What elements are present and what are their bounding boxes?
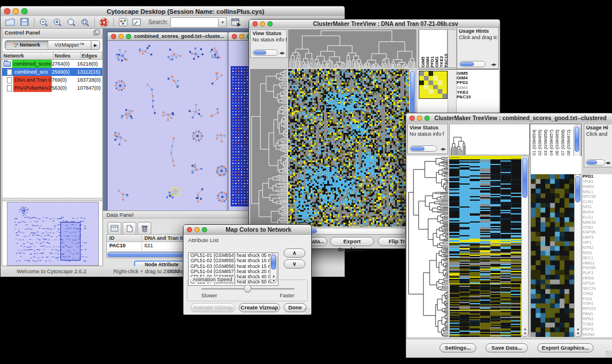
minimize-button[interactable] bbox=[417, 116, 422, 121]
float-panel-icon[interactable] bbox=[93, 29, 100, 36]
view-status-scrollbar[interactable] bbox=[253, 49, 278, 56]
export-graphics-button[interactable]: Export Graphics... bbox=[330, 237, 374, 246]
scroll-arrows[interactable]: ◀▶ bbox=[280, 51, 285, 55]
delete-attribute-icon[interactable] bbox=[137, 222, 151, 235]
usage-hints-scrollbar[interactable] bbox=[459, 61, 485, 67]
gene-label[interactable]: YRA1 bbox=[583, 179, 612, 184]
network-row[interactable]: combined_sco 2569(6) 13112(15) bbox=[2, 68, 102, 76]
gene-label[interactable]: PEP5 bbox=[583, 327, 612, 332]
zoom-button[interactable] bbox=[21, 8, 28, 14]
tab-vizmapper[interactable]: VizMapper™ bbox=[48, 41, 91, 49]
network-view-titlebar[interactable]: combined_scores_good.txt--cluste... bbox=[108, 32, 228, 41]
gene-label[interactable]: NTR2 bbox=[583, 246, 612, 250]
column-label[interactable]: GIM5 bbox=[420, 30, 425, 67]
zoom-out-icon[interactable] bbox=[39, 18, 48, 27]
network-canvas[interactable] bbox=[108, 41, 227, 210]
gene-label[interactable]: PUF3 bbox=[583, 271, 612, 275]
gene-label[interactable]: PAN1 bbox=[583, 312, 612, 316]
global-heatmap[interactable] bbox=[449, 156, 521, 337]
dialog-titlebar[interactable]: Map Colors to Network bbox=[183, 225, 311, 235]
gene-label[interactable]: HMG1 bbox=[583, 261, 612, 266]
gene-label[interactable]: BUD4 bbox=[583, 210, 612, 214]
gene-label[interactable]: ELG1 bbox=[583, 215, 612, 220]
gene-label[interactable]: MON2 bbox=[583, 332, 612, 337]
row-dendrogram[interactable] bbox=[407, 156, 448, 337]
settings-button[interactable]: Settings... bbox=[439, 343, 476, 352]
network-row[interactable]: DNA and Tran 07 769(0) 183728(0) bbox=[2, 76, 102, 84]
gene-label[interactable]: PAC10 bbox=[457, 95, 471, 99]
minimize-button[interactable] bbox=[260, 21, 265, 26]
save-icon[interactable] bbox=[20, 18, 29, 26]
gene-label[interactable]: RPO21 bbox=[583, 306, 612, 311]
usage-hints-scrollbar[interactable] bbox=[586, 159, 605, 166]
close-button[interactable] bbox=[253, 21, 258, 26]
zoomed-heatmap-vscrollbar[interactable]: ▲▼ bbox=[574, 174, 582, 337]
column-label[interactable]: YKE2 bbox=[439, 30, 443, 67]
export-graphics-button[interactable]: Export Graphics... bbox=[537, 343, 594, 352]
gene-label[interactable]: TCB3 bbox=[583, 322, 612, 327]
tab-network[interactable]: Network bbox=[5, 41, 48, 49]
animate-vizmap-button[interactable]: Animate Vizmap bbox=[190, 303, 235, 312]
attribute-select-icon[interactable] bbox=[108, 222, 121, 235]
main-heatmap[interactable] bbox=[288, 69, 409, 227]
global-heatmap-vscrollbar[interactable]: ▲▼ bbox=[521, 156, 529, 337]
help-lifebuoy-icon[interactable] bbox=[100, 18, 109, 27]
slider-thumb[interactable] bbox=[244, 285, 251, 293]
gene-label[interactable]: CLN1 bbox=[583, 200, 612, 204]
view-status-scrollbar[interactable] bbox=[410, 145, 437, 152]
move-up-button[interactable]: ∧ bbox=[284, 248, 305, 258]
tab-overflow-button[interactable]: ▶ bbox=[91, 41, 100, 49]
resize-grip[interactable] bbox=[304, 308, 311, 314]
splitter[interactable] bbox=[447, 29, 457, 68]
gene-label[interactable]: GTB1 bbox=[583, 225, 612, 230]
move-down-button[interactable]: ∨ bbox=[284, 259, 305, 269]
gene-label[interactable]: SPC98 bbox=[583, 194, 612, 199]
scroll-arrows[interactable]: ◀▶ bbox=[441, 147, 446, 151]
row-dendrogram[interactable] bbox=[250, 69, 287, 227]
search-dropdown-icon[interactable]: ▼ bbox=[219, 17, 227, 28]
close-button[interactable] bbox=[4, 8, 10, 14]
column-dendrogram[interactable] bbox=[288, 29, 416, 68]
resize-grip[interactable] bbox=[606, 351, 612, 357]
zoom-in-icon[interactable] bbox=[53, 18, 62, 27]
new-attribute-icon[interactable] bbox=[123, 222, 136, 235]
gene-label[interactable]: MSL1 bbox=[583, 190, 612, 194]
minimize-button[interactable] bbox=[118, 34, 124, 39]
network-table-header[interactable]: Network Nodes Edges bbox=[2, 52, 102, 60]
new-network-icon[interactable] bbox=[118, 18, 128, 26]
open-file-icon[interactable] bbox=[5, 18, 16, 26]
search-input[interactable] bbox=[170, 17, 219, 28]
minimize-button[interactable] bbox=[13, 8, 19, 14]
gene-label[interactable]: HAP3 bbox=[583, 235, 612, 240]
zoomed-heatmap[interactable] bbox=[531, 174, 574, 337]
minimize-button[interactable] bbox=[239, 34, 244, 39]
gene-label[interactable]: KAP95 bbox=[583, 230, 612, 235]
gene-label[interactable]: GPI16 bbox=[583, 281, 612, 286]
zoom-button[interactable] bbox=[202, 227, 207, 232]
import-table-icon[interactable] bbox=[231, 18, 241, 26]
create-vizmap-button[interactable]: Create Vizmap bbox=[239, 303, 280, 312]
done-button[interactable]: Done bbox=[284, 303, 307, 312]
cytoscape-titlebar[interactable]: Cytoscape Desktop (Session Name: collins… bbox=[1, 6, 345, 17]
gene-label[interactable]: FIG4 bbox=[583, 297, 612, 301]
gene-label[interactable]: NIS1 bbox=[583, 205, 612, 209]
network-row[interactable]: RNAPuberNov2+ 563(0) 107847(0) bbox=[2, 84, 102, 92]
close-button[interactable] bbox=[111, 34, 116, 39]
gene-label[interactable]: RNR4 bbox=[583, 185, 612, 189]
gene-label[interactable]: MSI1 bbox=[583, 251, 612, 255]
column-dendrogram[interactable] bbox=[449, 124, 530, 155]
column-label[interactable]: PFD1 bbox=[430, 30, 434, 67]
close-button[interactable] bbox=[232, 34, 237, 39]
network-row[interactable]: combined_scores 2764(0) 16218(0) bbox=[2, 60, 102, 68]
scroll-arrows[interactable]: ◀▶ bbox=[606, 161, 611, 164]
gene-label[interactable]: CPA2 bbox=[583, 292, 612, 296]
similarity-matrix[interactable] bbox=[419, 71, 447, 99]
zoom-button[interactable] bbox=[126, 34, 131, 39]
scroll-arrows[interactable]: ◀▶ bbox=[491, 63, 496, 66]
gene-label[interactable]: MAK31 bbox=[583, 220, 612, 225]
save-data-button[interactable]: Save Data... bbox=[485, 343, 528, 352]
column-label[interactable]: GIM4 bbox=[425, 30, 430, 67]
close-button[interactable] bbox=[187, 227, 192, 232]
gene-label[interactable]: VIP1 bbox=[583, 240, 612, 245]
gene-label[interactable]: YSH1 bbox=[583, 301, 612, 306]
